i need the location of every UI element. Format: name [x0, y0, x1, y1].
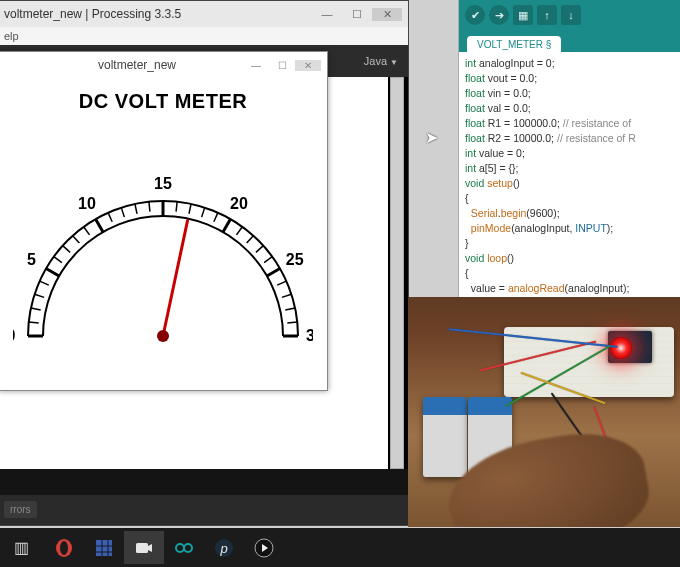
arduino-code-editor[interactable]: int analogInput = 0;float vout = 0.0;flo… [459, 52, 680, 315]
svg-line-19 [63, 246, 70, 253]
svg-line-38 [163, 221, 188, 336]
svg-line-10 [267, 269, 280, 277]
svg-text:30: 30 [306, 327, 313, 344]
svg-line-22 [108, 213, 112, 222]
taskbar-item-camera[interactable] [124, 531, 164, 564]
svg-line-23 [121, 208, 124, 218]
svg-line-29 [214, 213, 218, 222]
svg-point-39 [157, 330, 169, 342]
svg-text:10: 10 [78, 195, 96, 212]
battery-1 [423, 397, 467, 477]
svg-line-25 [149, 202, 150, 212]
taskbar[interactable]: ▥ p [0, 528, 680, 567]
camera-feed [408, 297, 680, 527]
svg-text:p: p [219, 541, 227, 556]
close-button[interactable]: ✕ [295, 60, 321, 71]
processing-statusbar [0, 469, 408, 495]
svg-line-31 [247, 236, 254, 243]
svg-line-14 [29, 322, 39, 323]
svg-line-35 [282, 294, 292, 297]
svg-line-32 [256, 246, 263, 253]
svg-point-41 [60, 541, 68, 555]
svg-text:15: 15 [154, 175, 172, 192]
svg-text:0: 0 [13, 327, 16, 344]
svg-line-36 [285, 308, 295, 310]
svg-line-37 [287, 322, 297, 323]
svg-line-21 [84, 227, 90, 235]
minimize-button[interactable]: — [243, 60, 269, 71]
menubar-fragment[interactable]: elp [4, 30, 19, 42]
svg-line-24 [135, 204, 137, 214]
svg-line-28 [202, 208, 205, 218]
svg-line-18 [54, 257, 62, 263]
svg-point-44 [176, 544, 184, 552]
arduino-ide-window[interactable]: ✔ ➔ ▦ ↑ ↓ VOLT_METER § int analogInput =… [458, 0, 680, 300]
upload-button[interactable]: ➔ [489, 5, 509, 25]
svg-line-27 [189, 204, 191, 214]
svg-text:5: 5 [27, 251, 36, 268]
sketch-window[interactable]: voltmeter_new — ☐ ✕ DC VOLT METER 051015… [0, 51, 328, 391]
svg-line-4 [96, 219, 104, 232]
errors-tab[interactable]: rrors [4, 501, 37, 518]
svg-point-45 [184, 544, 192, 552]
processing-footer: rrors [0, 495, 408, 525]
svg-line-26 [176, 202, 177, 212]
taskbar-item-grid[interactable] [84, 531, 124, 564]
voltmeter-gauge: 051015202530 [13, 136, 313, 376]
taskbar-item-unknown[interactable]: ▥ [4, 531, 44, 564]
minimize-button[interactable]: — [312, 8, 342, 20]
close-button[interactable]: ✕ [372, 8, 402, 21]
mode-selector[interactable]: Java ▼ [364, 55, 398, 67]
meter-title: DC VOLT METER [0, 90, 327, 113]
open-button[interactable]: ↑ [537, 5, 557, 25]
arduino-tabbar: VOLT_METER § [459, 30, 680, 52]
svg-rect-42 [96, 540, 112, 556]
sketch-title: voltmeter_new [31, 58, 243, 72]
svg-line-33 [264, 257, 272, 263]
power-led [610, 337, 632, 359]
save-button[interactable]: ↓ [561, 5, 581, 25]
svg-line-34 [277, 281, 286, 285]
maximize-button[interactable]: ☐ [342, 8, 372, 21]
arduino-toolbar: ✔ ➔ ▦ ↑ ↓ [459, 0, 680, 30]
svg-line-30 [236, 227, 242, 235]
processing-title: voltmeter_new | Processing 3.3.5 [4, 7, 312, 21]
scrollbar-thumb[interactable] [390, 77, 404, 469]
taskbar-item-media[interactable] [244, 531, 284, 564]
svg-line-2 [46, 269, 59, 277]
mouse-cursor-icon: ➤ [425, 128, 438, 147]
maximize-button[interactable]: ☐ [269, 60, 295, 71]
svg-line-17 [40, 281, 49, 285]
svg-line-16 [35, 294, 45, 297]
sketch-tab[interactable]: VOLT_METER § [467, 36, 561, 52]
svg-text:25: 25 [286, 251, 304, 268]
svg-line-8 [223, 219, 231, 232]
svg-rect-43 [136, 543, 148, 553]
processing-titlebar[interactable]: voltmeter_new | Processing 3.3.5 — ☐ ✕ [0, 1, 408, 27]
vertical-scrollbar[interactable] [390, 77, 404, 469]
chevron-down-icon: ▼ [390, 58, 398, 67]
taskbar-item-opera[interactable] [44, 531, 84, 564]
taskbar-item-arduino[interactable] [164, 531, 204, 564]
sketch-titlebar[interactable]: voltmeter_new — ☐ ✕ [0, 52, 327, 78]
taskbar-item-processing[interactable]: p [204, 531, 244, 564]
svg-line-20 [73, 236, 80, 243]
sketch-canvas: DC VOLT METER 051015202530 [0, 78, 327, 390]
new-button[interactable]: ▦ [513, 5, 533, 25]
svg-line-15 [31, 308, 41, 310]
svg-text:20: 20 [230, 195, 248, 212]
verify-button[interactable]: ✔ [465, 5, 485, 25]
processing-menubar[interactable]: elp [0, 27, 408, 45]
